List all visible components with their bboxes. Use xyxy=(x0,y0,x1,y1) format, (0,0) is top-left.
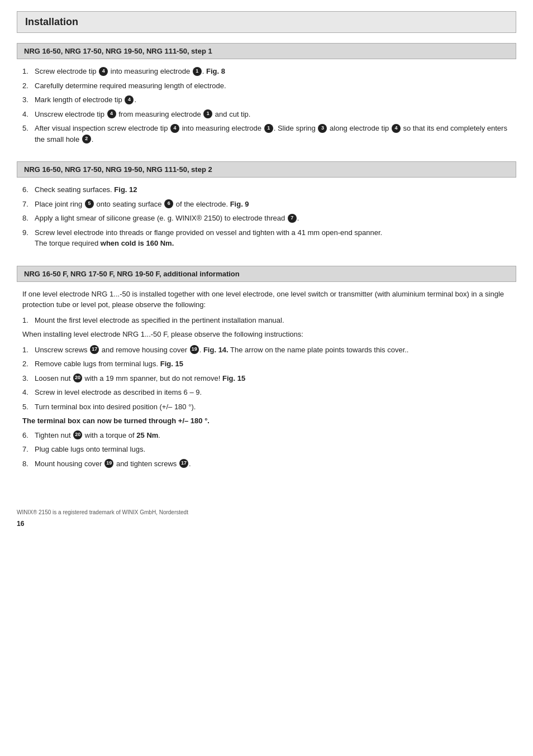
list-item: 5. Turn terminal box into desired positi… xyxy=(22,401,511,413)
section-3-list-pre: 1. Mount the first level electrode as sp… xyxy=(22,315,511,326)
section-3-list2: 6. Tighten nut 20 with a torque of 25 Nm… xyxy=(22,430,511,470)
section-2-header: NRG 16-50, NRG 17-50, NRG 19-50, NRG 111… xyxy=(17,161,516,178)
list-item: 1. Screw electrode tip 4 into measuring … xyxy=(22,66,511,77)
section-3-list: 1. Unscrew screws 17 and remove housing … xyxy=(22,344,511,413)
page-number: 16 xyxy=(17,520,516,528)
list-item: 8. Apply a light smear of silicone greas… xyxy=(22,213,511,224)
badge-2: 2 xyxy=(82,135,91,143)
section-3-intro1: If one level electrode NRG 1...-50 is in… xyxy=(22,289,511,310)
list-item: 3. Mark length of electrode tip 4. xyxy=(22,94,511,106)
badge-6: 6 xyxy=(164,199,173,208)
list-item: 9. Screw level electrode into threads or… xyxy=(22,227,511,249)
list-item: 6. Tighten nut 20 with a torque of 25 Nm… xyxy=(22,430,511,441)
section-1-list: 1. Screw electrode tip 4 into measuring … xyxy=(22,66,511,145)
section-2-body: 6. Check seating surfaces. Fig. 12 7. Pl… xyxy=(17,183,516,256)
section-2-list: 6. Check seating surfaces. Fig. 12 7. Pl… xyxy=(22,184,511,249)
footer-trademark: WINIX® 2150 is a registered trademark of… xyxy=(17,509,516,515)
list-item: 1. Mount the first level electrode as sp… xyxy=(22,315,511,326)
list-item: 6. Check seating surfaces. Fig. 12 xyxy=(22,184,511,195)
list-item: 3. Loosen nut 20 with a 19 mm spanner, b… xyxy=(22,373,511,384)
badge-19a: 19 xyxy=(190,345,199,354)
section-3-intro2: When installing level electrode NRG 1...… xyxy=(22,329,511,340)
badge-4c: 4 xyxy=(107,109,116,118)
list-item: 7. Place joint ring 5 onto seating surfa… xyxy=(22,199,511,210)
badge-4b: 4 xyxy=(125,95,134,104)
section-3: NRG 16-50 F, NRG 17-50 F, NRG 19-50 F, a… xyxy=(17,266,516,476)
list-item: 1. Unscrew screws 17 and remove housing … xyxy=(22,344,511,356)
section-2: NRG 16-50, NRG 17-50, NRG 19-50, NRG 111… xyxy=(17,161,516,256)
badge-5: 5 xyxy=(85,199,94,208)
list-item: 2. Remove cable lugs from terminal lugs.… xyxy=(22,358,511,370)
badge-4e: 4 xyxy=(392,124,401,133)
badge-1: 1 xyxy=(193,67,202,76)
section-1-body: 1. Screw electrode tip 4 into measuring … xyxy=(17,65,516,151)
list-item: 8. Mount housing cover 19 and tighten sc… xyxy=(22,458,511,470)
badge-1c: 1 xyxy=(264,124,273,133)
badge-20a: 20 xyxy=(73,374,82,382)
terminal-box-note: The terminal box can now be turned throu… xyxy=(22,415,511,427)
list-item: 7. Plug cable lugs onto terminal lugs. xyxy=(22,444,511,455)
section-3-body: If one level electrode NRG 1...-50 is in… xyxy=(17,288,516,476)
badge-17b: 17 xyxy=(179,459,188,468)
list-item: 4. Screw in level electrode as described… xyxy=(22,387,511,398)
badge-1b: 1 xyxy=(203,109,212,118)
list-item: 4. Unscrew electrode tip 4 from measurin… xyxy=(22,109,511,120)
section-1-header: NRG 16-50, NRG 17-50, NRG 19-50, NRG 111… xyxy=(17,43,516,59)
badge-17a: 17 xyxy=(90,345,99,354)
badge-19b: 19 xyxy=(104,459,113,468)
badge-4: 4 xyxy=(99,67,108,76)
badge-4d: 4 xyxy=(170,124,179,133)
badge-7: 7 xyxy=(288,214,297,223)
list-item: 2. Carefully determine required measurin… xyxy=(22,80,511,92)
section-3-header: NRG 16-50 F, NRG 17-50 F, NRG 19-50 F, a… xyxy=(17,266,516,282)
list-item: 5. After visual inspection screw electro… xyxy=(22,123,511,145)
badge-3: 3 xyxy=(318,124,327,133)
badge-20b: 20 xyxy=(73,430,82,439)
page-title: Installation xyxy=(17,11,516,33)
section-1: NRG 16-50, NRG 17-50, NRG 19-50, NRG 111… xyxy=(17,43,516,151)
